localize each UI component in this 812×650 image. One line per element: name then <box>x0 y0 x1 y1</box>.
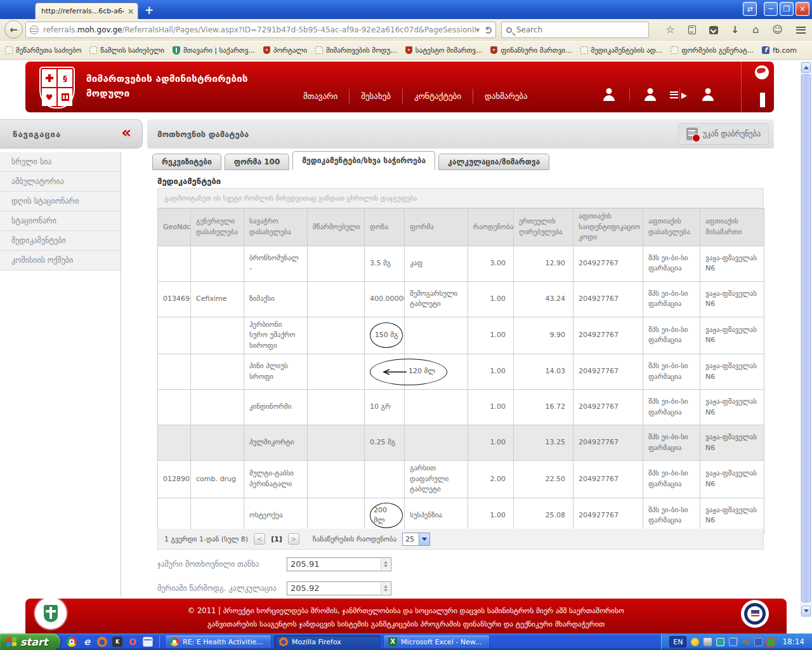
tab-groups-icon[interactable]: ⇄ <box>743 2 757 16</box>
restore-button[interactable]: ❐ <box>780 2 794 16</box>
sidebar-item-full-list[interactable]: სრული სია <box>0 152 121 172</box>
kmplayer-icon[interactable]: K <box>112 637 122 647</box>
user-list-icon[interactable] <box>629 88 679 101</box>
page-size-select[interactable]: 25 <box>402 533 430 546</box>
reading-list-icon[interactable] <box>688 25 696 34</box>
col-pharmacy-address[interactable]: აფთიაქის მისამართი <box>700 209 764 246</box>
back-button[interactable]: ← <box>4 20 23 39</box>
total-requested-input[interactable]: 205.91 <box>287 557 391 571</box>
table-row[interactable]: კინდინორმი 10 გრ 1.00 16.72 204927767 შპ… <box>158 390 764 425</box>
select-dropdown-icon[interactable] <box>419 533 429 545</box>
opera-icon[interactable]: O <box>128 637 138 647</box>
volume-tray-icon[interactable] <box>742 638 750 646</box>
scroll-thumb[interactable] <box>801 74 811 602</box>
menu-icon[interactable] <box>796 27 806 34</box>
chrome-icon[interactable] <box>67 637 77 647</box>
login-icon[interactable] <box>679 88 728 101</box>
spinner-control[interactable] <box>381 559 390 570</box>
bookmark-item[interactable]: სატესტო მიმართვ... <box>405 46 483 55</box>
bookmark-item[interactable]: ფინანსური მართვი... <box>490 46 572 55</box>
bookmark-item[interactable]: წამლის საძიებელი <box>89 46 164 55</box>
network-tray-icon[interactable] <box>729 638 737 646</box>
scrollbar[interactable] <box>801 62 811 617</box>
nav-item-home[interactable]: მთავარი <box>292 89 349 103</box>
search-bar[interactable] <box>501 22 649 38</box>
table-row[interactable]: 013469 Cefixime ზიმაქსი 400.00000 შემოგა… <box>158 281 764 317</box>
table-row[interactable]: პინი პლიუს სროფი 120 მლ 1.00 14.03 20492… <box>158 354 764 390</box>
antivirus-tray-icon[interactable] <box>691 638 699 646</box>
hello-icon[interactable]: ☺ <box>772 25 783 35</box>
browser-tab[interactable]: http://referrals...6cb-a64c6078eb1a × <box>35 3 138 19</box>
sidebar-item-medications[interactable]: მედიკამენტები <box>0 231 121 251</box>
sidebar-item-commission[interactable]: კომისიის ოქმები <box>0 251 121 270</box>
tab-calculation[interactable]: კალკულაცია/მიმართვა <box>438 154 549 170</box>
table-row[interactable]: პულმიკორტი 0.25 მგ 1.00 13.25 204927767 … <box>158 425 764 461</box>
pager-prev-button[interactable]: < <box>254 533 265 545</box>
language-globe-icon[interactable] <box>755 65 769 79</box>
bookmark-item[interactable]: ფორმების გენერატ... <box>671 46 754 55</box>
scroll-down-icon[interactable] <box>801 606 811 616</box>
printer-tray-icon[interactable] <box>704 638 712 646</box>
home-icon[interactable]: ⌂ <box>752 25 759 35</box>
nav-item-contacts[interactable]: კონტაქტები <box>402 89 473 103</box>
url-text[interactable]: referrals.moh.gov.ge/ReferralsHall/Pages… <box>43 25 476 34</box>
go-back-button[interactable]: უკან დაბრუნება <box>678 123 769 145</box>
group-by-bar[interactable]: გადმოიტანეთ ის სვეტი რომლის მიხედვითაც გ… <box>157 188 764 208</box>
collapse-header-icon[interactable] <box>760 95 765 107</box>
bookmark-item[interactable]: მიმართვების მოდუ... <box>315 46 397 55</box>
reload-icon[interactable] <box>485 27 492 34</box>
url-bar[interactable]: referrals.moh.gov.ge/ReferralsHall/Pages… <box>25 22 496 38</box>
col-pharmacy-name[interactable]: აფთიაქის დასახელება <box>643 209 700 246</box>
bookmark-item[interactable]: პორტალი <box>263 46 307 55</box>
close-button[interactable]: × <box>796 2 809 16</box>
sidebar-item-hospital[interactable]: სტაციონარი <box>0 211 121 231</box>
sidebar-collapse-icon[interactable]: « <box>121 124 132 142</box>
sidebar-item-day-hospital[interactable]: დღის სტაციონარი <box>0 192 121 211</box>
tab-close-icon[interactable]: × <box>128 7 134 16</box>
tab-medications[interactable]: მედიკამენტები/სხვა საჭიროება <box>292 151 435 170</box>
site-identity-icon[interactable] <box>30 25 39 34</box>
col-unit-price[interactable]: ერთეულის ღირებულება <box>514 209 573 246</box>
clock[interactable]: 18:14 <box>780 637 807 646</box>
pocket-icon[interactable] <box>709 26 718 34</box>
spinner-control[interactable] <box>381 583 390 594</box>
col-manufacturer[interactable]: მწარმოებელი <box>308 209 365 246</box>
table-row[interactable]: ჰერბიონი სურო უშაქრო სიროფი 150 მგ 1.00 … <box>158 317 764 354</box>
connection-tray-icon[interactable] <box>767 638 775 646</box>
cityhall-calc-input[interactable]: 205.92 <box>287 581 391 595</box>
col-form[interactable]: ფორმა <box>405 209 468 246</box>
bookmark-item[interactable]: მედიკამენტების ად... <box>580 46 663 55</box>
pager-next-button[interactable]: > <box>288 533 299 545</box>
nav-item-about[interactable]: შესახებ <box>349 89 402 103</box>
url-dropdown-icon[interactable]: ▾ <box>476 25 480 34</box>
start-button[interactable]: start <box>0 633 60 650</box>
language-indicator[interactable]: EN <box>669 636 686 647</box>
scroll-up-icon[interactable] <box>801 62 811 73</box>
col-generic[interactable]: გენერიული დასახელება <box>191 209 244 246</box>
tab-form-100[interactable]: ფორმა 100 <box>225 154 290 170</box>
downloads-icon[interactable]: ↓ <box>731 25 740 35</box>
col-trade[interactable]: სავაჭრო დასახელება <box>244 209 308 246</box>
firefox-icon[interactable] <box>97 637 107 647</box>
bookmark-item[interactable]: მთავარი | საქართვ... <box>173 46 255 55</box>
col-pharmacy-code[interactable]: აფთიაქის საიდენტიფიკაციო კოდი <box>573 209 643 246</box>
app-tray-icon[interactable] <box>754 638 763 646</box>
tab-requisites[interactable]: რეკვიზიტები <box>152 154 221 170</box>
nav-item-help[interactable]: დახმარება <box>473 89 539 103</box>
bookmark-item[interactable]: მეწარმეთა საძიებო <box>5 46 81 55</box>
new-tab-button[interactable]: + <box>145 4 154 17</box>
search-input[interactable] <box>516 25 644 34</box>
col-geondc[interactable]: GeoNdc <box>158 209 191 246</box>
remote-access-tray-icon[interactable] <box>716 638 724 646</box>
table-row[interactable]: ოსტეოქეა 200 მლ სუსპენზია 1.00 25.08 204… <box>158 498 764 533</box>
minimize-button[interactable]: ─ <box>764 2 778 16</box>
taskbar-window-firefox[interactable]: Mozilla Firefox <box>274 635 381 649</box>
taskbar-window-excel[interactable]: X Microsoft Excel - New... <box>383 635 490 649</box>
internet-explorer-icon[interactable]: e <box>82 637 92 647</box>
profile-icon[interactable] <box>589 88 629 101</box>
col-dose[interactable]: დოზა <box>365 209 405 246</box>
sidebar-item-ambulatory[interactable]: ამბულატორია <box>0 172 121 192</box>
mail-icon[interactable] <box>143 637 153 647</box>
bookmark-item[interactable]: ffb.com <box>762 46 797 55</box>
taskbar-window-email[interactable]: RE: E Health Activitie... <box>165 635 272 649</box>
